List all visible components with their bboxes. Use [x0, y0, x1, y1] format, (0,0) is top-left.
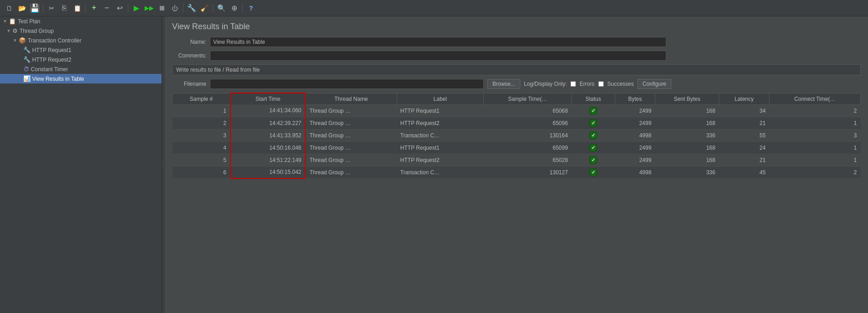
- sidebar-item-http-request1[interactable]: 🔧 HTTP Request1: [0, 45, 162, 55]
- col-header-thread-name: Thread Name: [305, 93, 397, 104]
- cell-label: Transaction C…: [397, 129, 484, 141]
- cell-status: ✓: [571, 129, 615, 141]
- paste-button[interactable]: 📋: [72, 3, 83, 14]
- cell-latency: 24: [719, 141, 769, 154]
- run-no-pause-button[interactable]: ▶▶: [144, 3, 155, 14]
- log-display-label: Log/Display Only:: [524, 81, 567, 87]
- cell-connect-time: 2: [769, 104, 861, 117]
- status-icon: ✓: [589, 131, 597, 140]
- cell-status: ✓: [571, 104, 615, 117]
- view-results-table-icon: 📊: [23, 75, 31, 82]
- table-row: 314:41:33.952Thread Group …Transaction C…: [173, 129, 861, 141]
- cut-button[interactable]: ✂: [46, 3, 57, 14]
- sidebar-item-http-request2[interactable]: 🔧 HTTP Request2: [0, 55, 162, 64]
- comments-row: Comments:: [172, 51, 861, 61]
- comments-input[interactable]: [210, 51, 666, 61]
- table-row: 214:42:39.227Thread Group …HTTP Request2…: [173, 117, 861, 129]
- cell-sample: 3: [173, 129, 230, 141]
- tree-arrow-http1: [19, 47, 22, 52]
- constant-timer-icon: ⏱: [23, 66, 29, 73]
- browse-button[interactable]: Browse...: [487, 79, 520, 89]
- run-button[interactable]: ▶: [131, 3, 142, 14]
- sidebar-item-constant-timer[interactable]: ⏱ Constant Timer: [0, 64, 162, 74]
- cell-sample-time: 65028: [484, 154, 571, 166]
- status-icon: ✓: [589, 156, 597, 164]
- test-plan-icon: 📋: [9, 18, 16, 25]
- cell-sample: 1: [173, 104, 230, 117]
- cell-label: HTTP Request2: [397, 117, 484, 129]
- cell-sent-bytes: 336: [655, 129, 719, 141]
- cell-thread-name: Thread Group …: [305, 129, 397, 141]
- page-title: View Results in Table: [172, 22, 861, 31]
- tree-arrow-constant-timer: [19, 67, 22, 72]
- cell-status: ✓: [571, 141, 615, 154]
- transaction-controller-icon: 📦: [19, 37, 26, 44]
- table-row: 514:51:22.149Thread Group …HTTP Request2…: [173, 154, 861, 166]
- open-button[interactable]: 📂: [16, 3, 27, 14]
- sidebar-label-constant-timer: Constant Timer: [31, 66, 68, 73]
- save-button[interactable]: 💾: [29, 3, 40, 14]
- table-row: 414:50:16.048Thread Group …HTTP Request1…: [173, 141, 861, 154]
- cell-sample: 6: [173, 166, 230, 178]
- col-header-bytes: Bytes: [615, 93, 655, 104]
- successes-checkbox[interactable]: [598, 81, 604, 87]
- cell-bytes: 2499: [615, 104, 655, 117]
- cell-bytes: 4998: [615, 129, 655, 141]
- remove-button[interactable]: −: [101, 3, 112, 14]
- cell-sample: 5: [173, 154, 230, 166]
- merge-button[interactable]: ⊕: [229, 3, 240, 14]
- clear-button[interactable]: 🧹: [199, 3, 210, 14]
- configure-button[interactable]: Configure: [638, 79, 671, 89]
- stop-button[interactable]: ⏹: [157, 3, 167, 14]
- name-label: Name:: [172, 39, 206, 45]
- successes-label: Successes: [607, 81, 634, 87]
- cell-thread-name: Thread Group …: [305, 166, 397, 178]
- errors-checkbox[interactable]: [570, 81, 576, 87]
- cell-latency: 34: [719, 104, 769, 117]
- col-header-connect-time: Connect Time(…: [769, 93, 861, 104]
- cell-bytes: 4998: [615, 166, 655, 178]
- separator-4: [183, 4, 183, 13]
- revert-button[interactable]: ↩: [114, 3, 125, 14]
- cell-sample: 4: [173, 141, 230, 154]
- cell-connect-time: 2: [769, 166, 861, 178]
- sidebar-item-view-results-table[interactable]: 📊 View Results in Table: [0, 74, 162, 83]
- cell-sent-bytes: 168: [655, 117, 719, 129]
- add-button[interactable]: +: [89, 3, 99, 14]
- results-tbody: 114:41:34.060Thread Group …HTTP Request1…: [173, 104, 861, 178]
- cell-start-time: 14:41:33.952: [230, 129, 305, 141]
- cell-connect-time: 1: [769, 154, 861, 166]
- cell-latency: 21: [719, 117, 769, 129]
- cell-sample-time: 65096: [484, 117, 571, 129]
- cell-status: ✓: [571, 117, 615, 129]
- content-area: View Results in Table Name: Comments: Wr…: [165, 16, 868, 313]
- name-input[interactable]: [210, 37, 666, 47]
- cell-sample-time: 130127: [484, 166, 571, 178]
- sidebar-item-transaction-controller[interactable]: ▼ 📦 Transaction Controller: [0, 36, 162, 45]
- cell-latency: 21: [719, 154, 769, 166]
- cell-label: Transaction C…: [397, 166, 484, 178]
- copy-button[interactable]: ⎘: [59, 3, 70, 14]
- shutdown-button[interactable]: ⏻: [169, 3, 180, 14]
- function-helper-button[interactable]: 🔧: [186, 3, 197, 14]
- help-button[interactable]: ?: [246, 3, 256, 14]
- find-button[interactable]: 🔍: [216, 3, 227, 14]
- separator-1: [43, 4, 43, 13]
- cell-label: HTTP Request1: [397, 104, 484, 117]
- cell-connect-time: 1: [769, 117, 861, 129]
- cell-latency: 45: [719, 166, 769, 178]
- cell-label: HTTP Request1: [397, 141, 484, 154]
- sidebar-item-test-plan[interactable]: ▼ 📋 Test Plan: [0, 16, 162, 26]
- sidebar-item-thread-group[interactable]: ▼ ⚙ Thread Group: [0, 26, 162, 36]
- cell-thread-name: Thread Group …: [305, 154, 397, 166]
- status-icon: ✓: [589, 107, 597, 115]
- sidebar-label-http-request1: HTTP Request1: [32, 47, 72, 53]
- new-button[interactable]: 🗋: [4, 3, 15, 14]
- cell-connect-time: 1: [769, 141, 861, 154]
- http-request2-icon: 🔧: [23, 56, 31, 63]
- filename-input[interactable]: [210, 79, 484, 89]
- status-icon: ✓: [589, 119, 597, 127]
- cell-sample: 2: [173, 117, 230, 129]
- sidebar-label-thread-group: Thread Group: [20, 28, 54, 34]
- http-request1-icon: 🔧: [23, 47, 31, 53]
